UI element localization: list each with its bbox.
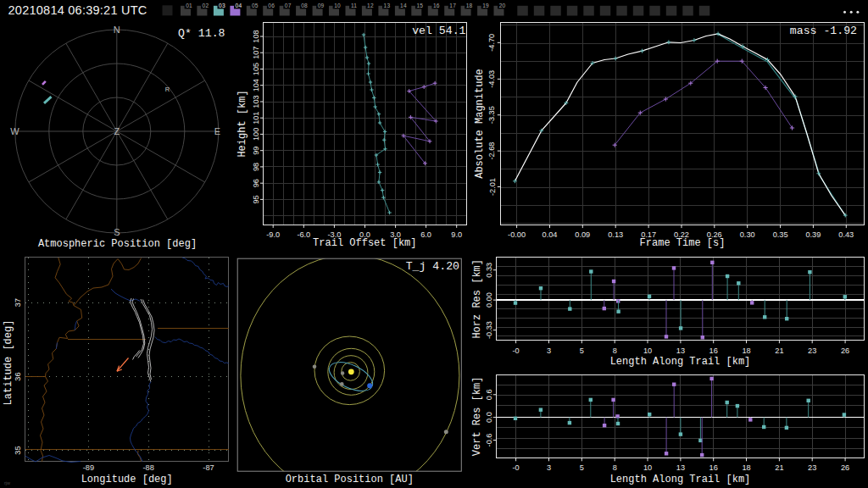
svg-text:20: 20 xyxy=(499,3,506,8)
svg-text:0.39: 0.39 xyxy=(805,230,821,239)
svg-text:104: 104 xyxy=(252,79,260,92)
svg-text:0.13: 0.13 xyxy=(608,230,623,239)
svg-text:98: 98 xyxy=(252,163,260,171)
svg-text:0.33: 0.33 xyxy=(485,263,493,278)
svg-text:-88: -88 xyxy=(143,463,154,472)
svg-text:20210814 06:39:21 UTC: 20210814 06:39:21 UTC xyxy=(8,3,147,17)
svg-text:8: 8 xyxy=(613,463,617,472)
svg-text:N: N xyxy=(114,25,120,35)
svg-text:15: 15 xyxy=(416,3,423,8)
svg-text:108: 108 xyxy=(252,30,260,42)
svg-text:-0.00: -0.00 xyxy=(508,230,526,239)
svg-text:16: 16 xyxy=(709,347,718,355)
svg-text:12: 12 xyxy=(367,3,374,8)
svg-text:Longitude [deg]: Longitude [deg] xyxy=(81,474,173,485)
svg-text:-2.01: -2.01 xyxy=(488,178,497,196)
svg-text:10: 10 xyxy=(643,347,652,355)
svg-text:101: 101 xyxy=(252,112,260,125)
svg-text:105: 105 xyxy=(252,63,260,75)
svg-text:16: 16 xyxy=(433,3,440,8)
svg-text:Horz Res [km]: Horz Res [km] xyxy=(472,259,484,339)
svg-text:35: 35 xyxy=(14,446,23,454)
svg-text:Orbital Position [AU]: Orbital Position [AU] xyxy=(286,474,414,485)
svg-text:07: 07 xyxy=(285,3,292,8)
svg-text:Absolute Magnitude: Absolute Magnitude xyxy=(474,69,486,179)
svg-text:0.04: 0.04 xyxy=(542,230,558,239)
svg-text:3: 3 xyxy=(547,463,551,472)
svg-text:13: 13 xyxy=(676,347,685,355)
svg-text:14: 14 xyxy=(400,3,407,8)
svg-text:9.0: 9.0 xyxy=(451,230,462,239)
svg-text:8: 8 xyxy=(613,347,617,355)
svg-text:5: 5 xyxy=(580,347,584,355)
svg-text:0.00: 0.00 xyxy=(485,292,493,308)
svg-text:Frame Time [s]: Frame Time [s] xyxy=(640,237,726,249)
svg-text:-4.70: -4.70 xyxy=(488,34,497,52)
svg-text:95: 95 xyxy=(252,195,260,203)
svg-text:18: 18 xyxy=(742,347,750,355)
svg-text:Latitude [deg]: Latitude [deg] xyxy=(3,320,14,406)
svg-text:13: 13 xyxy=(384,3,391,8)
svg-text:-0: -0 xyxy=(513,347,520,355)
svg-text:21: 21 xyxy=(775,347,783,355)
svg-text:-87: -87 xyxy=(203,463,214,472)
svg-text:99: 99 xyxy=(252,147,260,155)
svg-text:26: 26 xyxy=(841,347,849,355)
svg-text:103: 103 xyxy=(252,95,260,108)
svg-text:10: 10 xyxy=(334,3,341,8)
svg-text:-3.35: -3.35 xyxy=(488,106,497,124)
svg-text:6.0: 6.0 xyxy=(420,230,431,239)
svg-text:W: W xyxy=(10,126,19,136)
svg-text:R: R xyxy=(165,86,170,93)
svg-text:mass -1.92: mass -1.92 xyxy=(790,25,857,37)
svg-text:96: 96 xyxy=(252,179,260,187)
svg-text:S: S xyxy=(114,227,120,237)
svg-text:3: 3 xyxy=(547,347,551,355)
svg-text:0.09: 0.09 xyxy=(575,230,590,239)
svg-text:-2.68: -2.68 xyxy=(488,142,497,160)
svg-text:0.0: 0.0 xyxy=(485,412,493,423)
svg-text:vel 54.1: vel 54.1 xyxy=(412,25,465,37)
svg-text:Height [km]: Height [km] xyxy=(236,90,248,157)
svg-text:Length Along Trail [km]: Length Along Trail [km] xyxy=(610,474,751,485)
svg-text:02: 02 xyxy=(203,3,209,8)
svg-text:03: 03 xyxy=(219,3,225,8)
svg-text:06: 06 xyxy=(268,3,275,8)
svg-text:107: 107 xyxy=(252,47,260,59)
svg-text:-4.03: -4.03 xyxy=(488,70,497,88)
svg-text:18: 18 xyxy=(742,463,750,472)
svg-text:-0: -0 xyxy=(513,463,520,472)
svg-text:11: 11 xyxy=(351,3,357,8)
svg-text:Vert Res [km]: Vert Res [km] xyxy=(472,377,484,457)
svg-text:19: 19 xyxy=(482,3,489,8)
svg-text:23: 23 xyxy=(808,347,816,355)
svg-text:Atmospheric Position [deg]: Atmospheric Position [deg] xyxy=(38,238,197,250)
svg-text:E: E xyxy=(214,126,220,136)
svg-text:13: 13 xyxy=(676,463,685,472)
svg-text:37: 37 xyxy=(14,298,23,307)
svg-text:-0.33: -0.33 xyxy=(485,321,493,339)
svg-text:09: 09 xyxy=(318,3,325,8)
svg-text:17: 17 xyxy=(449,3,456,8)
svg-text:Z: Z xyxy=(114,126,120,136)
svg-text:-9.0: -9.0 xyxy=(266,230,280,239)
svg-text:-6.0: -6.0 xyxy=(297,230,310,239)
svg-text:0.35: 0.35 xyxy=(773,230,788,239)
svg-text:21: 21 xyxy=(775,463,783,472)
svg-text:Q* 11.8: Q* 11.8 xyxy=(178,27,225,40)
svg-text:-0.6: -0.6 xyxy=(485,434,493,447)
svg-text:05: 05 xyxy=(252,3,259,8)
svg-text:5: 5 xyxy=(580,463,584,472)
svg-text:Length Along Trail [km]: Length Along Trail [km] xyxy=(610,356,751,368)
svg-text:01: 01 xyxy=(186,3,192,8)
svg-text:08: 08 xyxy=(301,3,308,8)
svg-text:0.6: 0.6 xyxy=(485,389,493,400)
svg-text:10: 10 xyxy=(643,463,652,472)
svg-text:Trail Offset [km]: Trail Offset [km] xyxy=(313,237,416,249)
svg-text:04: 04 xyxy=(236,3,242,8)
svg-text:T_j 4.20: T_j 4.20 xyxy=(406,260,459,273)
svg-text:23: 23 xyxy=(808,463,816,472)
svg-text:36: 36 xyxy=(14,372,23,380)
svg-text:rjw: rjw xyxy=(4,480,10,485)
svg-text:16: 16 xyxy=(709,463,718,472)
